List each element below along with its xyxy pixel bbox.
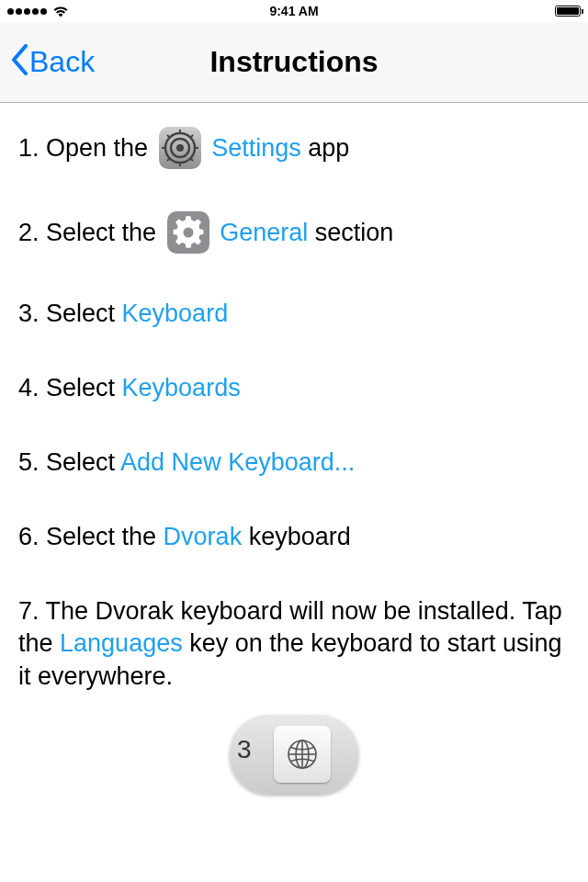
step-1-text-prefix: 1. Open the	[18, 134, 155, 162]
languages-link: Languages	[60, 629, 183, 657]
add-new-keyboard-link: Add New Keyboard...	[120, 448, 355, 476]
keyboard-key-illustration: 3	[230, 715, 358, 794]
svg-line-10	[167, 158, 170, 161]
signal-icon	[7, 8, 47, 15]
globe-icon	[286, 738, 319, 771]
page-title: Instructions	[209, 45, 378, 79]
step-1-text-suffix: app	[301, 134, 350, 162]
step-1: 1. Open the Settings app	[18, 129, 570, 171]
svg-point-11	[183, 228, 193, 238]
keyboard-link: Keyboard	[122, 300, 229, 327]
svg-point-2	[176, 144, 184, 152]
step-5: 5. Select Add New Keyboard...	[18, 447, 570, 479]
step-6-text-suffix: keyboard	[242, 523, 351, 550]
step-7: 7. The Dvorak keyboard will now be insta…	[18, 595, 570, 692]
keyboards-link: Keyboards	[122, 374, 241, 401]
key-left-char: 3	[237, 735, 252, 764]
step-2: 2. Select the General section	[18, 213, 570, 255]
back-button[interactable]: Back	[11, 44, 95, 81]
step-3-text-prefix: 3. Select	[18, 300, 122, 327]
nav-bar: Back Instructions	[0, 22, 588, 103]
step-2-text-suffix: section	[308, 219, 393, 246]
dvorak-link: Dvorak	[164, 523, 243, 550]
step-4: 4. Select Keyboards	[18, 372, 570, 404]
globe-key	[274, 726, 331, 783]
svg-line-9	[190, 158, 193, 161]
content: 1. Open the Settings app 2. Select the G…	[0, 103, 588, 794]
general-link: General	[220, 219, 308, 246]
svg-line-7	[190, 135, 193, 138]
chevron-left-icon	[11, 44, 28, 81]
step-6: 6. Select the Dvorak keyboard	[18, 521, 570, 553]
svg-line-8	[167, 135, 170, 138]
status-time: 9:41 AM	[269, 4, 318, 18]
back-label: Back	[29, 45, 95, 79]
step-3: 3. Select Keyboard	[18, 298, 570, 330]
wifi-icon	[52, 6, 69, 17]
settings-app-icon	[159, 127, 201, 169]
status-bar: 9:41 AM	[0, 0, 588, 22]
step-2-text-prefix: 2. Select the	[18, 219, 164, 246]
status-left	[7, 6, 69, 17]
battery-icon	[555, 6, 581, 17]
step-4-text-prefix: 4. Select	[18, 374, 122, 401]
general-icon	[167, 211, 209, 254]
settings-link: Settings	[211, 134, 301, 162]
step-6-text-prefix: 6. Select the	[18, 523, 164, 550]
step-5-text-prefix: 5. Select	[18, 448, 120, 476]
